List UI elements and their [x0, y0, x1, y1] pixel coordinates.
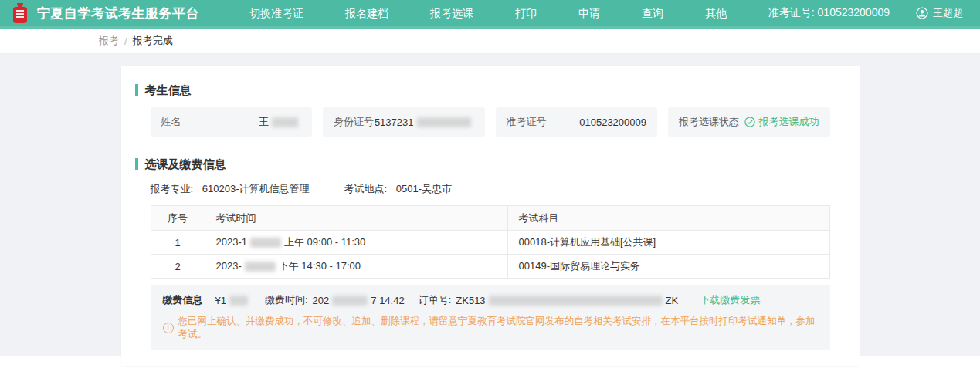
field-ticket-number: 准考证号 010523200009 [496, 107, 658, 137]
site-value: 0501-吴忠市 [396, 183, 452, 194]
payment-label: 缴费信息 [163, 293, 203, 307]
field-ticket-label: 准考证号 [507, 115, 547, 129]
header-right: 准考证号: 010523200009 王超超 [768, 6, 963, 20]
user-avatar-icon [916, 7, 928, 19]
header-exam-subject: 考试科目 [507, 206, 829, 231]
table-row: 2 2023-下午 14:30 - 17:00 00149-国际贸易理论与实务 [151, 255, 829, 279]
app-title: 宁夏自学考试考生服务平台 [37, 5, 199, 22]
field-id-value: 5137231 [375, 117, 474, 128]
major-label: 报考专业: [151, 183, 194, 194]
nav-item-course-selection[interactable]: 报考选课 [409, 0, 494, 28]
table-row: 1 2023-1上午 09:00 - 11:30 00018-计算机应用基础[公… [151, 231, 829, 255]
breadcrumb: 报考 / 报考完成 [0, 29, 980, 54]
redaction-blur [417, 117, 471, 127]
platform-logo-icon [11, 2, 29, 24]
result-card: 考生信息 姓名 王 身份证号 5137231 准考证号 010523200009… [121, 66, 860, 366]
payment-amount: ¥1 [215, 295, 251, 306]
user-name: 王超超 [933, 6, 963, 20]
field-name-value: 王 [259, 115, 301, 129]
field-name: 姓名 王 [151, 107, 313, 137]
redaction-blur [272, 117, 298, 127]
row-exam-time: 2023-下午 14:30 - 17:00 [205, 255, 507, 279]
check-circle-icon [744, 117, 755, 127]
header-exam-time: 考试时间 [205, 206, 507, 231]
row-exam-time: 2023-1上午 09:00 - 11:30 [205, 231, 507, 255]
payment-notice-text: 您已网上确认、并缴费成功，不可修改、追加、删除课程，请留意宁夏教育考试院官网发布… [178, 315, 818, 341]
payment-info-box: 缴费信息 ¥1 缴费时间: 2027 14:42 订单号: ZK513ZK 下载… [151, 285, 830, 350]
payment-summary-line: 缴费信息 ¥1 缴费时间: 2027 14:42 订单号: ZK513ZK 下载… [163, 293, 818, 307]
ticket-number-text: 准考证号: 010523200009 [768, 6, 890, 20]
info-circle-icon: i [163, 323, 174, 333]
page-footer: Copyright © 2023 - 2023 JFAT, Inc. 宁夏自治区… [0, 366, 980, 375]
field-id-label: 身份证号 [334, 115, 374, 129]
field-id-number: 身份证号 5137231 [323, 107, 485, 137]
breadcrumb-current: 报考完成 [133, 34, 173, 48]
row-exam-subject: 00149-国际贸易理论与实务 [507, 255, 829, 279]
nav-item-other[interactable]: 其他 [684, 0, 748, 28]
major-location-line: 报考专业: 610203-计算机信息管理 考试地点: 0501-吴忠市 [151, 182, 830, 196]
row-index: 2 [151, 255, 205, 279]
exam-table: 序号 考试时间 考试科目 1 2023-1上午 09:00 - 11:30 00… [151, 205, 830, 279]
row-index: 1 [151, 231, 205, 255]
breadcrumb-parent[interactable]: 报考 [99, 34, 119, 48]
row-exam-subject: 00018-计算机应用基础[公共课] [507, 231, 829, 255]
user-menu[interactable]: 王超超 [916, 6, 963, 20]
site-pair: 考试地点: 0501-吴忠市 [344, 182, 452, 196]
redaction-blur [250, 238, 281, 248]
field-selection-status: 报考选课状态 报考选课成功 [668, 107, 830, 137]
redaction-blur [332, 296, 368, 306]
status-badge: 报考选课成功 [744, 115, 819, 129]
redaction-blur [245, 262, 276, 272]
field-status-label: 报考选课状态 [679, 115, 739, 129]
nav-item-registration[interactable]: 报名建档 [324, 0, 409, 28]
candidate-section-title: 考生信息 [135, 84, 830, 96]
main-nav: 切换准考证 报名建档 报考选课 打印 申请 查询 其他 [229, 0, 748, 28]
nav-item-query[interactable]: 查询 [621, 0, 684, 28]
enrollment-section-title: 选课及缴费信息 [135, 158, 830, 170]
candidate-fields: 姓名 王 身份证号 5137231 准考证号 010523200009 报考选课… [151, 107, 830, 137]
nav-item-apply[interactable]: 申请 [558, 0, 621, 28]
download-invoice-link[interactable]: 下载缴费发票 [700, 293, 760, 307]
breadcrumb-separator: / [124, 35, 127, 47]
payment-time: 缴费时间: 2027 14:42 [265, 293, 405, 307]
major-value: 610203-计算机信息管理 [202, 183, 310, 194]
payment-order-number: 订单号: ZK513ZK [419, 293, 679, 307]
major-pair: 报考专业: 610203-计算机信息管理 [151, 182, 310, 196]
field-ticket-value: 010523200009 [579, 117, 646, 128]
header-index: 序号 [151, 206, 205, 231]
top-header: 宁夏自学考试考生服务平台 切换准考证 报名建档 报考选课 打印 申请 查询 其他… [0, 0, 980, 29]
nav-item-switch-ticket[interactable]: 切换准考证 [229, 0, 324, 28]
site-label: 考试地点: [344, 183, 387, 194]
page-content: 考生信息 姓名 王 身份证号 5137231 准考证号 010523200009… [0, 54, 980, 356]
field-name-label: 姓名 [161, 115, 181, 129]
status-text: 报考选课成功 [759, 115, 819, 129]
redaction-blur [229, 296, 248, 306]
exam-table-header-row: 序号 考试时间 考试科目 [151, 206, 829, 231]
payment-notice: i 您已网上确认、并缴费成功，不可修改、追加、删除课程，请留意宁夏教育考试院官网… [163, 315, 818, 341]
redaction-blur [489, 296, 663, 306]
nav-item-print[interactable]: 打印 [494, 0, 558, 28]
